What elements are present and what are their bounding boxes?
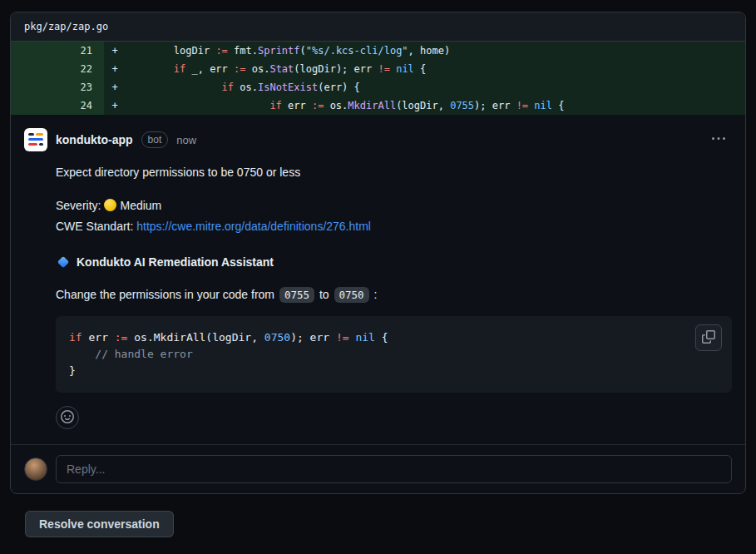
copy-code-button[interactable] [695, 324, 722, 351]
reaction-row [56, 406, 732, 429]
diff-add-sign: + [104, 78, 126, 96]
assistant-title: Kondukto AI Remediation Assistant [77, 255, 274, 269]
change-middle: to [319, 288, 329, 301]
diff-line-number: 23 [11, 78, 104, 96]
comment-menu-button[interactable] [705, 129, 732, 151]
diff-add-sign: + [104, 60, 126, 78]
file-path-header: pkg/zap/zap.go [11, 12, 745, 42]
diff-line-number: 22 [11, 60, 104, 78]
blue-diamond-icon [56, 256, 71, 268]
cwe-label: CWE Standart: [56, 220, 133, 233]
copy-icon [702, 330, 715, 346]
comment-timestamp[interactable]: now [176, 134, 196, 146]
kondukto-app-avatar[interactable] [24, 128, 47, 151]
inline-code-old-permission: 0755 [279, 287, 314, 303]
suggestion-code-block: if err := os.MkdirAll(logDir, 0750); err… [56, 316, 732, 393]
comment: kondukto-app bot now Expect directory pe… [11, 115, 745, 429]
diff-line-number: 24 [11, 96, 104, 115]
bot-badge: bot [141, 131, 169, 148]
cwe-row: CWE Standart: https://cwe.mitre.org/data… [56, 216, 732, 237]
severity-value: Medium [120, 199, 161, 212]
code-line: } [69, 363, 719, 379]
diff-block: 21+ logDir := fmt.Sprintf("%s/.kcs-cli/l… [11, 42, 745, 115]
comment-header: kondukto-app bot now [24, 128, 732, 151]
reply-section [11, 444, 745, 493]
finding-text: Expect directory permissions to be 0750 … [56, 164, 732, 181]
smiley-icon [61, 410, 74, 426]
diff-line: 23+ if os.IsNotExist(err) { [11, 78, 745, 96]
severity-label: Severity: [56, 199, 101, 212]
suggestion-code: if err := os.MkdirAll(logDir, 0750); err… [69, 329, 719, 379]
cwe-link[interactable]: https://cwe.mitre.org/data/definitions/2… [136, 220, 371, 233]
diff-line: 22+ if _, err := os.Stat(logDir); err !=… [11, 60, 745, 78]
diff-add-sign: + [104, 96, 126, 115]
add-reaction-button[interactable] [56, 406, 79, 429]
diff-code-text: if err := os.MkdirAll(logDir, 0755); err… [126, 96, 564, 115]
code-line: if err := os.MkdirAll(logDir, 0750); err… [69, 329, 719, 346]
severity-row: Severity:Medium [56, 195, 732, 216]
assistant-heading: Kondukto AI Remediation Assistant [56, 255, 732, 269]
yellow-circle-icon [104, 199, 116, 211]
review-thread-card: pkg/zap/zap.go 21+ logDir := fmt.Sprintf… [10, 12, 746, 494]
resolve-conversation-button[interactable]: Resolve conversation [25, 511, 174, 537]
change-prefix: Change the permissions in your code from [56, 288, 274, 301]
diff-line: 21+ logDir := fmt.Sprintf("%s/.kcs-cli/l… [11, 42, 745, 60]
inline-code-new-permission: 0750 [334, 287, 369, 303]
comment-body: Expect directory permissions to be 0750 … [56, 164, 732, 429]
diff-line-number: 21 [11, 42, 104, 60]
remediation-instruction: Change the permissions in your code from… [56, 285, 732, 304]
diff-code-text: if _, err := os.Stat(logDir); err != nil… [126, 60, 426, 78]
current-user-avatar [24, 458, 47, 481]
kebab-horizontal-icon [712, 132, 725, 148]
diff-line: 24+ if err := os.MkdirAll(logDir, 0755);… [11, 96, 745, 115]
comment-author[interactable]: kondukto-app [56, 133, 133, 146]
reply-input[interactable] [56, 455, 732, 483]
change-suffix: : [374, 288, 378, 301]
diff-code-text: logDir := fmt.Sprintf("%s/.kcs-cli/log",… [126, 42, 450, 60]
diff-code-text: if os.IsNotExist(err) { [126, 78, 360, 96]
diff-add-sign: + [104, 42, 126, 60]
code-line: // handle error [69, 346, 719, 363]
finding-meta: Severity:Medium CWE Standart: https://cw… [56, 195, 732, 237]
